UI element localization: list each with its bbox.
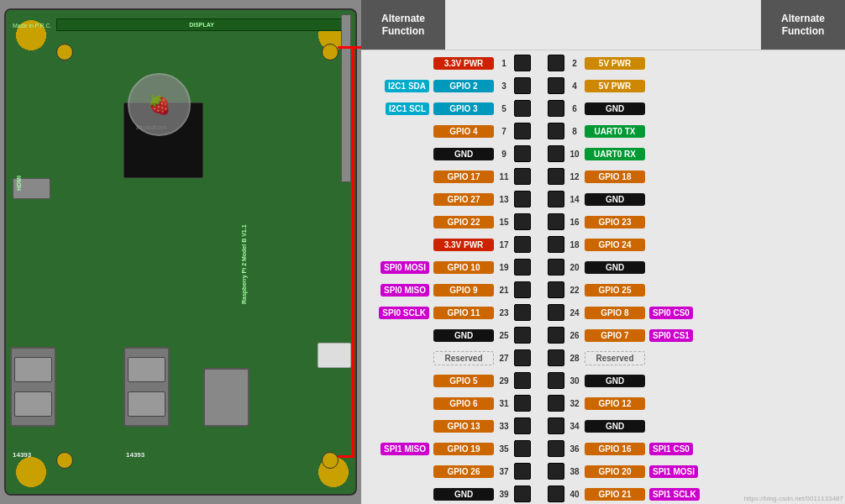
right-pin-label: GPIO 8: [585, 307, 645, 319]
left-alt-func: I2C1 SCL: [365, 103, 432, 113]
header-mid: [445, 0, 761, 50]
right-alt-func: SPI1 CS0: [647, 444, 714, 454]
right-connector: [548, 372, 564, 389]
left-pin-label: GND: [433, 148, 494, 160]
left-connector: [514, 417, 531, 434]
pin-row: GND910UART0 RX: [365, 143, 842, 165]
left-pin-number: 21: [496, 286, 512, 295]
left-pin-number: 7: [496, 127, 512, 136]
left-pin-number: 33: [496, 422, 512, 431]
right-connector: [548, 463, 564, 480]
left-connector: [514, 100, 531, 117]
right-pin-label: GND: [585, 261, 645, 274]
left-connector: [514, 259, 531, 276]
right-pin-label: 5V PWR: [585, 57, 645, 70]
left-pin-number: 25: [496, 331, 512, 340]
pin-row: GPIO 263738GPIO 20SPI1 MOSI: [365, 460, 842, 482]
right-pin-label: GPIO 7: [585, 329, 645, 342]
right-pin-number: 6: [566, 104, 583, 113]
right-pin-label: GPIO 18: [585, 171, 645, 183]
left-alt-label: SPI0 SCLK: [379, 307, 429, 319]
right-pin-number: 28: [566, 354, 583, 363]
board-panel: DISPLAY Broadcom 🍓 Raspberry Pi 2 Model …: [0, 0, 361, 504]
pin-row: I2C1 SCLGPIO 356GND: [365, 97, 842, 119]
left-connector: [514, 55, 531, 71]
left-pin-label: GPIO 3: [433, 102, 494, 115]
left-connector: [514, 281, 531, 298]
right-connector: [548, 395, 564, 412]
right-pin-number: 26: [566, 331, 583, 340]
right-pin-number: 24: [566, 308, 583, 318]
left-pin-label: GND: [433, 329, 494, 342]
right-pin-label: GND: [585, 102, 645, 115]
left-connector: [514, 213, 531, 230]
left-pin-label: GPIO 22: [433, 216, 494, 228]
right-pin-label: GPIO 24: [585, 239, 645, 251]
left-pin-number: 19: [496, 263, 512, 272]
left-pin-label: GPIO 26: [433, 465, 494, 478]
left-connector: [514, 145, 531, 162]
pins-area: 3.3V PWR125V PWRI2C1 SDAGPIO 2345V PWRI2…: [361, 50, 845, 504]
right-connector: [548, 55, 564, 71]
right-pin-label: Reserved: [585, 351, 645, 365]
right-pin-number: 40: [566, 490, 583, 499]
left-pin-number: 13: [496, 195, 512, 204]
right-pin-label: UART0 TX: [585, 125, 645, 138]
pin-row: SPI0 MISOGPIO 92122GPIO 25: [365, 279, 842, 301]
right-pin-number: 10: [566, 150, 583, 159]
left-pin-number: 17: [496, 240, 512, 249]
left-pin-label: GPIO 5: [433, 375, 494, 387]
left-pin-number: 35: [496, 444, 512, 454]
left-pin-number: 11: [496, 172, 512, 181]
right-connector: [548, 145, 564, 162]
right-alt-label: SPI0 CS1: [649, 329, 693, 342]
pinout-header: Alternate Function Alternate Function: [361, 0, 845, 50]
right-pin-number: 38: [566, 467, 583, 476]
right-connector: [548, 123, 564, 139]
left-alt-func: SPI0 MISO: [365, 285, 432, 295]
right-connector: [548, 213, 564, 230]
left-connector: [514, 77, 531, 94]
left-pin-number: 1: [496, 59, 512, 68]
right-pin-label: GND: [585, 420, 645, 433]
left-alt-label: SPI0 MISO: [381, 284, 429, 297]
pin-row: GPIO 171112GPIO 18: [365, 165, 842, 187]
right-alt-func: SPI1 SCLK: [647, 489, 714, 499]
right-connector: [548, 417, 564, 434]
right-connector: [548, 440, 564, 457]
pinout-panel: Alternate Function Alternate Function 3.…: [361, 0, 845, 504]
right-connector: [548, 100, 564, 117]
left-connector: [514, 304, 531, 321]
raspberry-pi-board: DISPLAY Broadcom 🍓 Raspberry Pi 2 Model …: [4, 8, 357, 496]
right-alt-label: SPI1 CS0: [649, 443, 693, 455]
right-pin-label: GPIO 23: [585, 216, 645, 228]
header-alt-left: Alternate Function: [361, 0, 445, 50]
pin-row: I2C1 SDAGPIO 2345V PWR: [365, 75, 842, 97]
right-pin-number: 32: [566, 399, 583, 408]
left-connector: [514, 236, 531, 253]
left-connector: [514, 349, 531, 366]
right-pin-number: 14: [566, 195, 583, 204]
right-pin-label: GND: [585, 375, 645, 387]
right-alt-func: SPI0 CS0: [647, 307, 714, 318]
right-alt-func: SPI0 CS1: [647, 330, 714, 340]
pin-row: GPIO 133334GND: [365, 415, 842, 437]
right-connector: [548, 168, 564, 185]
left-alt-label: I2C1 SDA: [385, 80, 429, 92]
left-connector: [514, 123, 531, 139]
right-pin-number: 20: [566, 263, 583, 272]
left-pin-label: GPIO 2: [433, 80, 494, 92]
left-pin-label: Reserved: [433, 351, 494, 365]
right-connector: [548, 327, 564, 344]
left-pin-number: 23: [496, 308, 512, 318]
pin-row: SPI0 SCLKGPIO 112324GPIO 8SPI0 CS0: [365, 302, 842, 323]
right-connector: [548, 191, 564, 207]
right-pin-label: GPIO 21: [585, 488, 645, 501]
right-pin-number: 22: [566, 286, 583, 295]
left-connector: [514, 486, 531, 502]
right-alt-label: SPI1 MOSI: [649, 465, 698, 478]
right-pin-number: 16: [566, 218, 583, 227]
right-connector: [548, 259, 564, 276]
left-connector: [514, 168, 531, 185]
left-pin-number: 27: [496, 354, 512, 363]
